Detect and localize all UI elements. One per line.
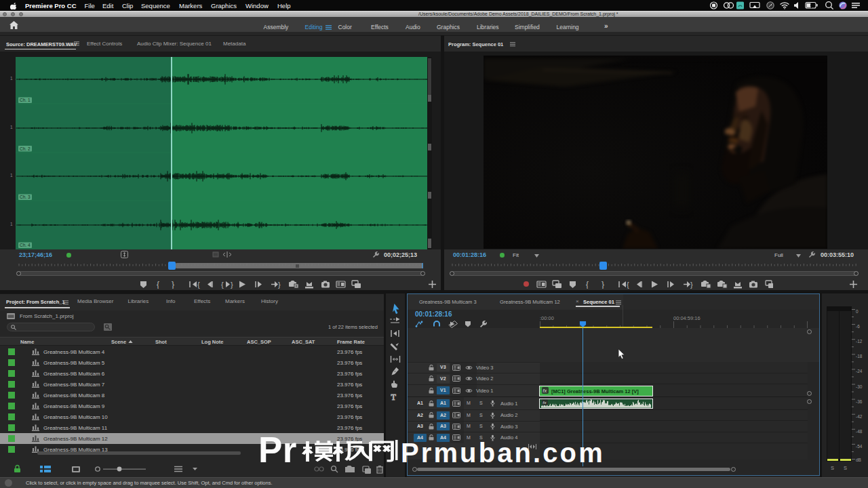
svg-text:Ch. 1: Ch. 1	[20, 98, 31, 102]
svg-text:fx: fx	[542, 400, 547, 405]
svg-text:Ch. 4: Ch. 4	[20, 243, 31, 247]
svg-text:}: }	[690, 281, 693, 289]
svg-text:{: {	[157, 280, 159, 289]
svg-text:{: {	[627, 281, 629, 289]
svg-text:{: {	[586, 280, 589, 289]
svg-text:}: }	[601, 280, 604, 289]
svg-text:Prmuban.com: Prmuban.com	[401, 438, 605, 468]
svg-text:Ch. 2: Ch. 2	[20, 146, 31, 151]
svg-text:{: {	[197, 281, 200, 289]
svg-text:}: }	[172, 280, 174, 289]
svg-text:}: }	[278, 281, 281, 289]
svg-text:Pr: Pr	[258, 430, 297, 469]
svg-text:Ch. 3: Ch. 3	[20, 195, 31, 199]
svg-text:T: T	[391, 392, 397, 402]
svg-text:}: }	[231, 281, 233, 289]
svg-text:{: {	[221, 281, 224, 289]
